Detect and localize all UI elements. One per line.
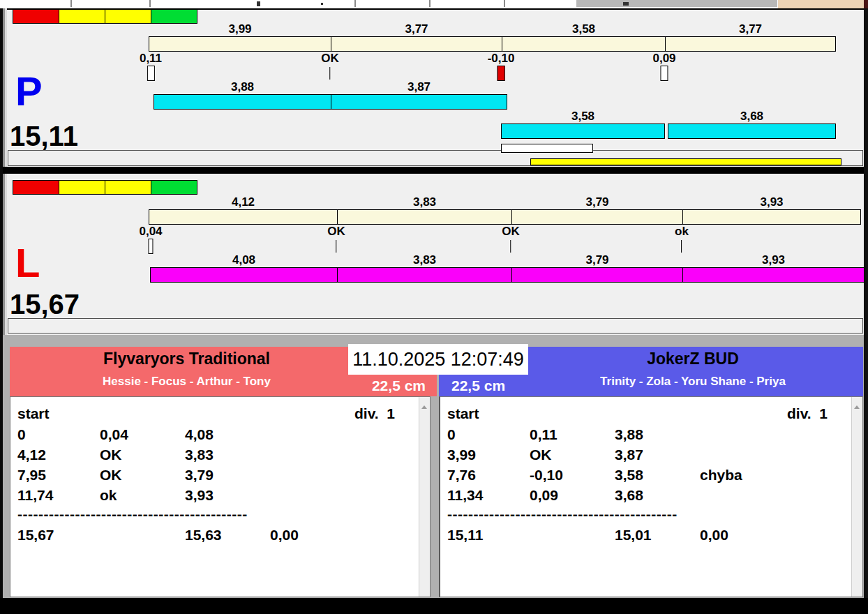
run-segment: 4,08 [151,268,337,282]
lane-p-total-time: 15,11 [10,122,78,150]
scrollbar-up-arrow-icon[interactable] [421,405,427,409]
scrollbar[interactable] [851,397,862,597]
section-divider [3,167,864,174]
toolbar-strip[interactable] [0,0,868,10]
lane-l-start-mark: 0,04 [139,225,162,254]
start-label: start [17,405,50,422]
tick-marker [511,240,511,253]
run-segment: 3,58 [502,124,664,138]
dropdown-arrow-icon[interactable] [623,2,629,6]
split-segment: 3,99 [149,37,331,51]
legend-red-swatch [13,180,59,195]
start-label: start [447,405,479,422]
lane-l-run-bar: 4,08 3,83 3,79 3,93 [150,267,865,283]
toolbar-highlight-button[interactable] [778,0,868,8]
white-box-marker [147,66,155,81]
legend-green-swatch [151,180,197,195]
left-team-name: Flyvaryors Traditional [10,350,364,368]
timestamp-display: 11.10.2025 12:07:49 [348,344,528,375]
lane-p-change-mark: 0,09 [652,52,675,81]
lane-p-start-mark: 0,11 [140,52,162,81]
lane-l-letter: L [15,243,40,283]
lane-l-split-bar: 4,12 3,83 3,79 3,93 [149,209,861,225]
fault-label: chyba [700,467,742,484]
run-segment: 3,87 [331,95,507,109]
penalty-time: 0,00 [270,527,299,544]
lane-l-status-legend [13,180,197,195]
run-segment: 3,93 [682,268,864,282]
toolbar-separator [149,0,151,7]
white-box-marker [661,66,668,81]
lane-l-change-mark: OK [502,225,520,253]
total-time: 15,11 [447,527,483,544]
run-segment: 3,88 [154,95,331,109]
split-segment: 3,93 [682,210,860,224]
lane-p-status-legend [13,9,197,24]
toolbar-separator [354,0,356,7]
toolbar-separator [429,0,431,7]
toolbar-glyph-fragment [257,1,260,6]
toolbar-gray-panel[interactable] [576,0,777,7]
toolbar-separator [70,0,72,7]
lane-p-run-bar-2a: 3,58 [501,123,665,139]
lane-l-progress-strip [8,318,863,334]
split-segment: 4,12 [149,210,337,224]
legend-yellow-swatch [105,9,151,24]
legend-yellow-swatch [59,180,105,195]
split-segment: 3,77 [331,37,502,51]
legend-red-swatch [13,9,59,24]
right-team-members: Trinity - Zola - Yoru Shane - Priya [523,375,863,389]
tick-marker [336,240,337,253]
legend-yellow-swatch [105,180,151,195]
lane-p-run-bar-2b: 3,68 [668,123,836,139]
toolbar-glyph-fragment [321,3,323,5]
lane-p-split-bar: 3,99 3,77 3,58 3,77 [149,36,836,52]
scrollbar[interactable] [419,397,430,597]
lane-p-white-bar [501,144,593,153]
left-jump-height: 22,5 cm [372,377,426,394]
division-label: div. 1 [354,405,395,422]
split-segment: 3,83 [337,210,511,224]
left-results-table[interactable]: start div. 1 0 0,04 4,08 4,12 OK 3,83 7,… [10,396,431,597]
split-segment: 3,77 [665,37,835,51]
right-team-name: JokerZ BUD [523,350,863,368]
tick-marker [682,240,682,253]
red-box-marker [497,66,505,81]
legend-yellow-swatch [59,9,105,24]
lane-p-change-mark: -0,10 [488,52,515,81]
app-window: 3,99 3,77 3,58 3,77 0,11 OK -0,10 0,09 P… [0,0,868,614]
lane-l-change-mark: ok [675,225,689,253]
lane-p-yellow-bar [530,158,841,165]
lane-p-run-bar-1: 3,88 3,87 [154,94,507,110]
scrollbar-up-arrow-icon[interactable] [854,405,860,409]
right-results-table[interactable]: start div. 1 0 0,11 3,88 3,99 OK 3,87 7,… [439,396,863,597]
right-jump-height: 22,5 cm [451,377,505,394]
net-time: 15,63 [185,527,222,544]
run-segment: 3,68 [668,124,835,138]
penalty-time: 0,00 [700,527,728,544]
window-border-right [864,8,868,599]
run-segment: 3,83 [337,268,511,282]
lane-l-total-time: 15,67 [10,290,80,318]
lane-p-letter: P [15,71,43,112]
lane-l-change-mark: OK [327,225,345,253]
left-team-members: Hessie - Focus - Arthur - Tony [10,375,364,389]
tick-marker [330,67,331,80]
division-label: div. 1 [787,405,828,422]
net-time: 15,01 [615,527,652,544]
window-border-bottom [0,598,868,614]
run-segment: 3,79 [511,268,682,282]
total-time: 15,67 [17,527,54,544]
split-segment: 3,79 [511,210,682,224]
legend-green-swatch [151,9,197,24]
lane-p-change-mark: OK [321,52,339,80]
toolbar-separator [504,0,505,7]
white-box-marker [149,239,154,254]
split-segment: 3,58 [502,37,665,51]
